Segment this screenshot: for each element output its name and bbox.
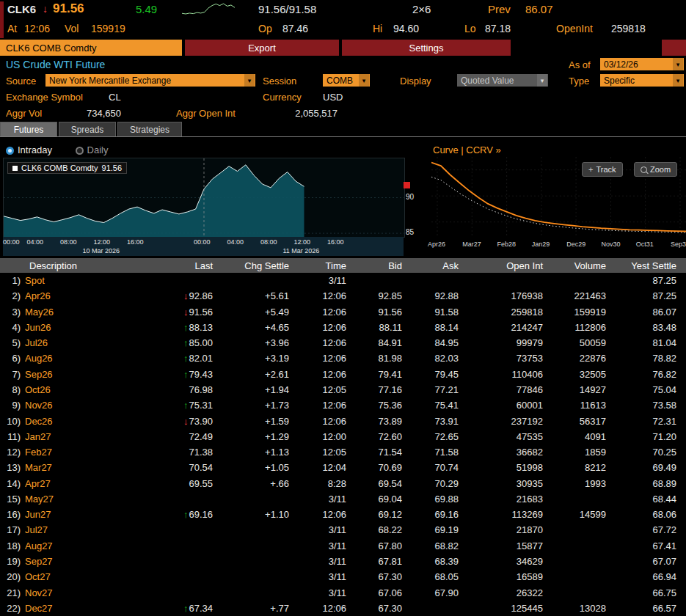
table-row[interactable]: 3)May26↓91.56+5.4912:0691.5691.582598181… <box>0 304 686 320</box>
settings-button[interactable]: Settings <box>342 40 511 56</box>
chevron-down-icon: ▾ <box>673 74 683 87</box>
x-tick-label: 12:00 <box>294 238 311 246</box>
export-button[interactable]: Export <box>185 40 339 56</box>
cell-bid: 81.98 <box>351 353 406 364</box>
cell-chg-settle: +3.96 <box>217 337 293 348</box>
cell-ask: 79.45 <box>406 369 463 380</box>
table-row[interactable]: 9)Nov26↑75.31+1.7312:0675.3675.416000111… <box>0 397 686 413</box>
cell-open-int: 15877 <box>463 540 547 551</box>
col-bid[interactable]: Bid <box>351 260 406 271</box>
curve-x-axis: Apr26Mar27Feb28Jan29Dec29Nov30Oct31Sep32 <box>431 240 686 250</box>
type-select[interactable]: Specific▾ <box>600 74 684 87</box>
exchange-symbol-value: CL <box>109 92 121 103</box>
table-row[interactable]: 20)Oct273/1167.3068.051658966.94 <box>0 569 686 584</box>
table-row[interactable]: 11)Jan2772.49+1.2912:0072.6072.654753540… <box>0 429 686 444</box>
track-button[interactable]: +Track <box>582 162 623 177</box>
cell-open-int: 125445 <box>463 603 547 614</box>
security-field[interactable]: CLK6 COMB Comdty <box>0 40 182 56</box>
cell-bid: 88.11 <box>351 322 406 333</box>
cell-yest-settle: 66.94 <box>610 571 681 582</box>
cell-bid: 68.22 <box>351 524 406 535</box>
cell-ask: 88.14 <box>406 322 463 333</box>
table-row[interactable]: 22)Dec27↑67.34+.7712:0667.30125445130286… <box>0 601 686 616</box>
table-row[interactable]: 7)Sep26↑79.43+2.6112:0679.4179.451104063… <box>0 367 686 382</box>
table-row[interactable]: 13)Mar2770.54+1.0512:0470.6970.745199882… <box>0 460 686 475</box>
cell-time: 12:06 <box>293 603 351 614</box>
table-row[interactable]: 2)Apr26↓92.86+5.6112:0692.8592.881769382… <box>0 288 686 304</box>
toolbar-overflow-button[interactable] <box>662 40 686 56</box>
col-chg-settle[interactable]: Chg Settle <box>217 260 293 271</box>
cell-bid: 69.54 <box>351 478 406 489</box>
cell-bid: 91.56 <box>351 307 406 318</box>
table-row[interactable]: 1)Spot3/1187.25 <box>0 273 686 288</box>
last-price: 91.56 <box>53 1 84 16</box>
cell-time: 3/11 <box>293 494 351 505</box>
openint-value: 259818 <box>611 23 646 34</box>
cell-last: 71.38 <box>147 447 217 458</box>
table-row[interactable]: 18)Aug273/1167.8068.821587767.41 <box>0 538 686 554</box>
cell-bid: 77.16 <box>351 384 406 395</box>
cell-volume: 14599 <box>547 509 610 520</box>
col-time[interactable]: Time <box>293 260 351 271</box>
col-volume[interactable]: Volume <box>547 260 610 271</box>
cell-chg-settle: +3.19 <box>217 353 293 364</box>
col-open-int[interactable]: Open Int <box>463 260 547 271</box>
col-yest-settle[interactable]: Yest Settle <box>610 260 681 271</box>
table-row[interactable]: 4)Jun26↑88.13+4.6512:0688.1188.142142471… <box>0 320 686 335</box>
cell-time: 12:06 <box>293 416 351 427</box>
zoom-button[interactable]: Zoom <box>634 162 677 177</box>
radio-daily[interactable]: Daily <box>76 144 109 155</box>
asof-select[interactable]: 03/12/26▾ <box>600 58 684 70</box>
radio-on-icon <box>6 147 14 155</box>
cell-time: 12:06 <box>293 290 351 301</box>
cell-yest-settle: 71.20 <box>610 431 681 442</box>
cell-bid: 92.85 <box>351 290 406 301</box>
cell-volume: 32505 <box>547 369 610 380</box>
table-row[interactable]: 21)Nov273/1167.0667.902632266.75 <box>0 584 686 600</box>
col-description[interactable]: Description <box>0 260 147 271</box>
lot-size: 2×6 <box>412 3 431 15</box>
table-row[interactable]: 17)Jul273/1168.2269.192187067.72 <box>0 522 686 538</box>
cell-time: 12:05 <box>293 447 351 458</box>
radio-intraday[interactable]: Intraday <box>6 144 52 155</box>
tab-strategies[interactable]: Strategies <box>117 122 182 136</box>
table-row[interactable]: 5)Jul26↑85.00+3.9612:0684.9184.959997950… <box>0 335 686 351</box>
col-last[interactable]: Last <box>147 260 217 271</box>
curve-panel-title[interactable]: Curve | CCRV » <box>433 144 501 155</box>
cell-last: 76.98 <box>147 384 217 395</box>
high-label: Hi <box>373 23 382 34</box>
tab-spreads[interactable]: Spreads <box>59 122 116 136</box>
cell-volume: 14927 <box>547 384 610 395</box>
cell-description: 2)Apr26 <box>0 290 147 301</box>
cell-yest-settle: 76.82 <box>610 369 681 380</box>
cell-ask: 69.16 <box>406 509 463 520</box>
table-row[interactable]: 6)Aug26↑82.01+3.1912:0681.9882.037375322… <box>0 351 686 366</box>
display-select[interactable]: Quoted Value▾ <box>457 74 548 87</box>
at-time: 12:06 <box>24 23 50 34</box>
table-row[interactable]: 16)Jun27↑69.16+1.1012:0669.1269.16113269… <box>0 507 686 522</box>
aggr-open-int-label: Aggr Open Int <box>176 108 236 119</box>
table-row[interactable]: 8)Oct2676.98+1.9412:0577.1677.2177846149… <box>0 382 686 397</box>
vol-label: Vol <box>65 23 79 34</box>
radio-intraday-label: Intraday <box>18 144 52 155</box>
cell-bid: 67.30 <box>351 603 406 614</box>
table-row[interactable]: 14)Apr2769.55+.668:2869.5470.29309351993… <box>0 476 686 491</box>
x-tick-label: Mar27 <box>462 241 481 248</box>
table-row[interactable]: 19)Sep273/1167.8168.393462967.07 <box>0 554 686 569</box>
table-row[interactable]: 10)Dec26↓73.90+1.5912:0673.8973.91237192… <box>0 413 686 428</box>
col-ask[interactable]: Ask <box>406 260 463 271</box>
cell-volume: 8212 <box>547 462 610 473</box>
sparkline-chart <box>182 2 235 17</box>
tab-futures[interactable]: Futures <box>0 122 57 136</box>
asof-value: 03/12/26 <box>604 59 638 70</box>
cell-open-int: 30935 <box>463 478 547 489</box>
session-select[interactable]: COMB▾ <box>323 74 370 87</box>
cell-ask: 73.91 <box>406 416 463 427</box>
table-row[interactable]: 12)Feb2771.38+1.1312:0571.5471.583668218… <box>0 444 686 460</box>
cell-time: 3/11 <box>293 571 351 582</box>
source-select[interactable]: New York Mercantile Exchange▾ <box>45 74 255 87</box>
cell-ask: 69.19 <box>406 524 463 535</box>
table-row[interactable]: 15)May273/1169.0469.882168368.44 <box>0 491 686 507</box>
prev-label: Prev <box>488 3 511 15</box>
x-tick-label: Feb28 <box>497 241 517 248</box>
